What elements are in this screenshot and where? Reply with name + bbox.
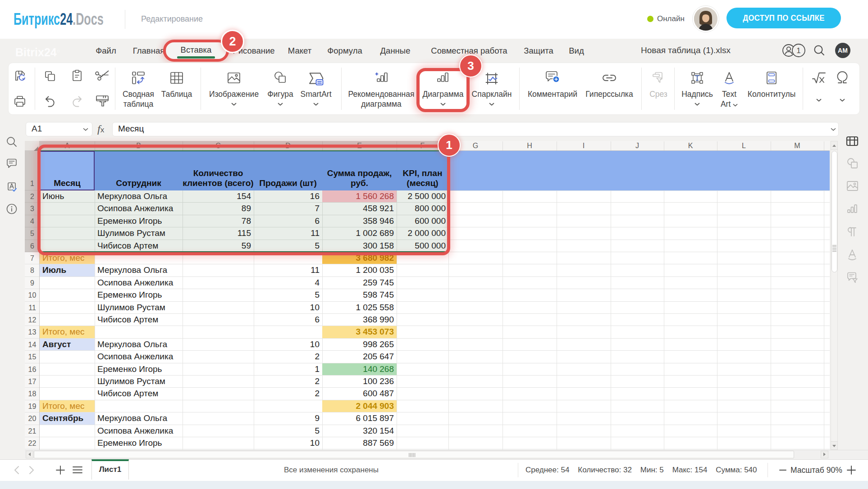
svg-text:1: 1 xyxy=(796,46,800,55)
